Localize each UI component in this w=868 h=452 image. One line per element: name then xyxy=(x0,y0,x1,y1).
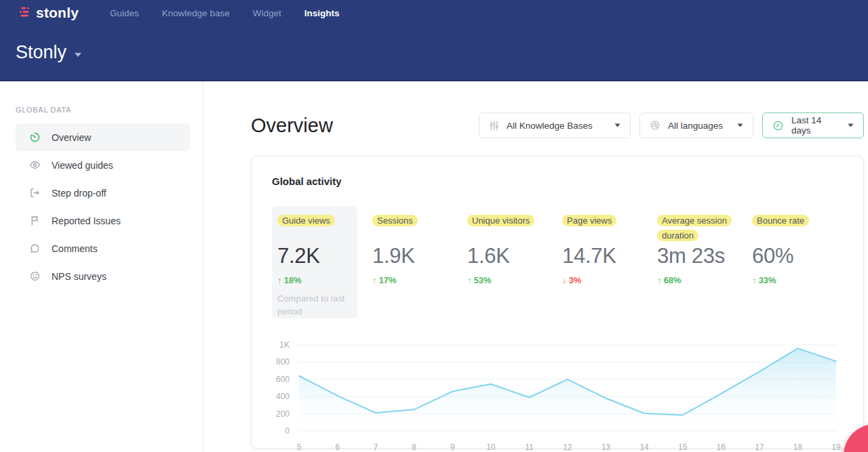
sidebar-item-nps-surveys[interactable]: NPS surveys xyxy=(16,262,190,290)
metric-label: Bounce rate xyxy=(752,213,836,243)
metric-value: 1.9K xyxy=(372,244,456,268)
sidebar-item-reported-issues[interactable]: Reported Issues xyxy=(16,207,190,234)
metric-label: Average session duration xyxy=(657,213,741,243)
metric-page-views[interactable]: Page views 14.7K ↓ 3% xyxy=(557,206,652,319)
metric-label: Sessions xyxy=(372,213,456,243)
nav-item-guides[interactable]: Guides xyxy=(110,8,139,18)
metric-change: ↑ 17% xyxy=(372,275,456,285)
language-filter-value: All languages xyxy=(668,121,730,131)
workspace-title: Stonly xyxy=(16,42,66,63)
svg-text:5: 5 xyxy=(297,443,302,452)
knowledge-base-filter[interactable]: All Knowledge Bases xyxy=(479,112,631,138)
metric-unique-visitors[interactable]: Unique visitors 1.6K ↑ 53% xyxy=(462,206,557,319)
knowledge-base-filter-value: All Knowledge Bases xyxy=(507,121,607,131)
arrow-down-icon: ↓ xyxy=(562,276,566,285)
metric-change: ↓ 3% xyxy=(562,275,646,285)
logo-text: stonly xyxy=(36,5,79,21)
svg-text:14: 14 xyxy=(639,443,649,452)
sidebar: GLOBAL DATA Overview Viewed guides xyxy=(0,81,203,452)
workspace-switcher[interactable]: Stonly xyxy=(16,42,81,63)
svg-text:13: 13 xyxy=(601,443,611,452)
svg-text:11: 11 xyxy=(525,443,534,452)
metric-value: 7.2K xyxy=(277,244,352,268)
svg-text:19: 19 xyxy=(831,443,841,452)
svg-text:600: 600 xyxy=(276,374,290,384)
stonly-logo-icon xyxy=(19,5,31,21)
sidebar-item-viewed-guides[interactable]: Viewed guides xyxy=(16,151,190,179)
gauge-icon xyxy=(29,131,41,143)
global-activity-card: Global activity Guide views 7.2K ↑ 18% C… xyxy=(251,156,864,449)
sidebar-item-step-drop-off[interactable]: Step drop-off xyxy=(16,179,190,207)
arrow-up-icon: ↑ xyxy=(372,276,376,285)
svg-text:400: 400 xyxy=(276,392,290,401)
sidebar-item-label: Reported Issues xyxy=(52,215,121,226)
svg-text:1K: 1K xyxy=(279,340,290,350)
sidebar-item-label: Step drop-off xyxy=(52,188,106,199)
chevron-down-icon xyxy=(848,123,854,127)
step-dropoff-icon xyxy=(29,187,41,199)
metric-avg-session-duration[interactable]: Average session duration 3m 23s ↑ 68% xyxy=(652,206,747,319)
svg-text:6: 6 xyxy=(335,443,340,452)
sliders-icon xyxy=(489,121,499,131)
nav-item-insights[interactable]: Insights xyxy=(304,8,340,18)
sidebar-item-comments[interactable]: Comments xyxy=(16,234,190,262)
metric-change: ↑ 33% xyxy=(752,275,836,285)
arrow-up-icon: ↑ xyxy=(752,276,756,285)
svg-text:0: 0 xyxy=(285,426,290,436)
metric-value: 3m 23s xyxy=(657,244,741,268)
date-range-filter-value: Last 14 days xyxy=(791,115,840,136)
arrow-up-icon: ↑ xyxy=(277,276,281,285)
sidebar-item-label: Comments xyxy=(52,243,98,254)
smiley-icon xyxy=(29,270,41,282)
chevron-down-icon xyxy=(737,123,743,127)
primary-nav: Guides Knowledge base Widget Insights xyxy=(110,8,339,18)
metric-value: 60% xyxy=(752,244,836,268)
svg-text:200: 200 xyxy=(276,409,290,418)
chevron-down-icon xyxy=(75,53,81,57)
card-title: Global activity xyxy=(272,176,843,187)
top-navbar: stonly Guides Knowledge base Widget Insi… xyxy=(0,0,868,81)
metric-label: Page views xyxy=(562,213,646,243)
svg-text:10: 10 xyxy=(486,443,496,452)
metric-change: ↑ 53% xyxy=(467,275,551,285)
sidebar-item-label: NPS surveys xyxy=(52,271,106,282)
metric-value: 14.7K xyxy=(562,244,646,268)
metric-change: ↑ 68% xyxy=(657,275,741,285)
metric-sessions[interactable]: Sessions 1.9K ↑ 17% xyxy=(367,206,462,319)
metrics-row: Guide views 7.2K ↑ 18% Compared to last … xyxy=(272,206,843,319)
svg-text:9: 9 xyxy=(450,443,455,452)
svg-text:12: 12 xyxy=(563,443,572,452)
svg-text:7: 7 xyxy=(374,443,378,452)
sidebar-item-label: Overview xyxy=(52,132,91,143)
activity-chart: 02004006008001K5678910111213141516171819 xyxy=(272,337,843,452)
sidebar-item-overview[interactable]: Overview xyxy=(16,123,190,151)
globe-icon xyxy=(650,120,660,131)
eye-icon xyxy=(29,159,41,171)
date-range-filter[interactable]: Last 14 days xyxy=(762,112,864,138)
svg-text:17: 17 xyxy=(755,443,764,452)
sidebar-item-label: Viewed guides xyxy=(52,160,113,171)
svg-text:18: 18 xyxy=(793,443,803,452)
comment-icon xyxy=(29,243,41,254)
svg-text:16: 16 xyxy=(717,443,726,452)
sidebar-section-title: GLOBAL DATA xyxy=(16,106,189,114)
arrow-up-icon: ↑ xyxy=(467,276,471,285)
metric-change: ↑ 18% xyxy=(277,275,352,285)
clock-icon xyxy=(772,120,784,131)
metric-label: Unique visitors xyxy=(467,213,551,243)
metric-bounce-rate[interactable]: Bounce rate 60% ↑ 33% xyxy=(747,206,842,319)
metric-note: Compared to last period xyxy=(277,293,353,319)
flag-icon xyxy=(29,215,41,226)
page-title: Overview xyxy=(251,115,333,137)
language-filter[interactable]: All languages xyxy=(639,112,753,138)
arrow-up-icon: ↑ xyxy=(657,276,661,285)
metric-label: Guide views xyxy=(277,213,352,243)
metric-guide-views[interactable]: Guide views 7.2K ↑ 18% Compared to last … xyxy=(272,206,357,319)
metric-value: 1.6K xyxy=(467,244,551,268)
nav-item-widget[interactable]: Widget xyxy=(253,8,281,18)
svg-text:800: 800 xyxy=(276,357,290,367)
stonly-logo[interactable]: stonly xyxy=(19,5,79,21)
svg-text:15: 15 xyxy=(678,443,688,452)
nav-item-knowledge-base[interactable]: Knowledge base xyxy=(162,8,230,18)
main-content: Overview All Knowledge Bases xyxy=(203,81,868,452)
